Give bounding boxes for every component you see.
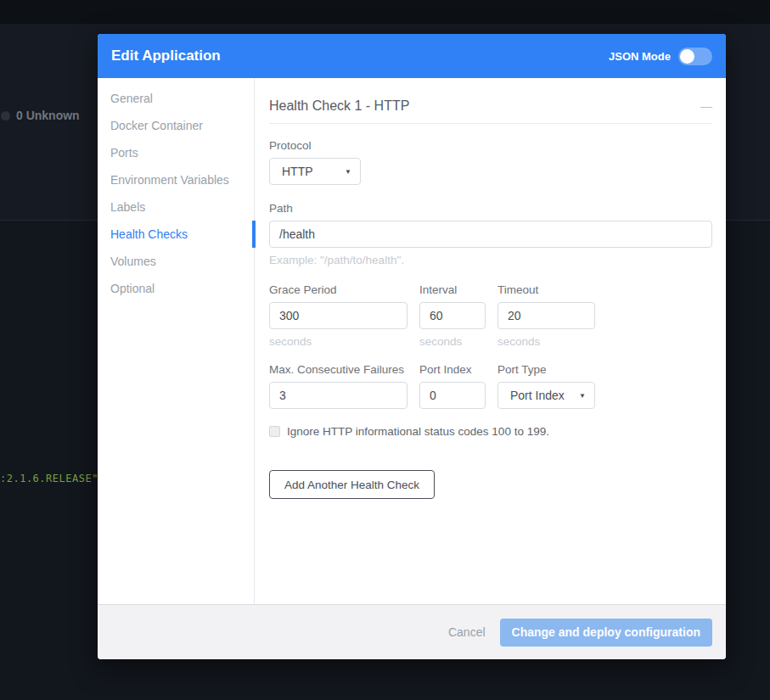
modal-footer: Cancel Change and deploy configuration <box>98 604 726 659</box>
timeout-unit: seconds <box>497 335 595 348</box>
path-help-text: Example: "/path/to/health". <box>269 254 712 266</box>
sidebar-item-docker-container[interactable]: Docker Container <box>98 112 254 139</box>
sidebar-item-environment-variables[interactable]: Environment Variables <box>98 166 254 193</box>
sidebar-item-ports[interactable]: Ports <box>98 139 254 166</box>
sidebar-item-general[interactable]: General <box>98 85 254 112</box>
collapse-icon[interactable]: — <box>700 100 712 112</box>
port-index-label: Port Index <box>419 363 486 376</box>
health-checks-panel: Health Check 1 - HTTP — Protocol HTTP ▼ … <box>255 78 726 604</box>
grace-period-label: Grace Period <box>269 283 407 296</box>
json-mode-label: JSON Mode <box>609 50 671 63</box>
chevron-down-icon: ▼ <box>345 168 351 176</box>
cancel-button[interactable]: Cancel <box>448 625 486 639</box>
app-top-bar <box>0 0 770 24</box>
edit-application-modal: Edit Application JSON Mode General Docke… <box>98 34 726 659</box>
max-failures-label: Max. Consecutive Failures <box>269 363 407 376</box>
status-unknown-label: 0 Unknown <box>16 109 80 122</box>
protocol-select[interactable]: HTTP ▼ <box>269 158 361 185</box>
ignore-http-checkbox[interactable] <box>269 426 280 437</box>
modal-header: Edit Application JSON Mode <box>98 34 726 78</box>
protocol-label: Protocol <box>269 139 712 152</box>
sidebar-item-volumes[interactable]: Volumes <box>98 248 254 275</box>
chevron-down-icon: ▼ <box>579 392 586 400</box>
modal-title: Edit Application <box>111 48 221 64</box>
sidebar-item-optional[interactable]: Optional <box>98 275 254 302</box>
change-and-deploy-button[interactable]: Change and deploy configuration <box>500 619 712 647</box>
port-type-select[interactable]: Port Index ▼ <box>497 382 595 409</box>
interval-unit: seconds <box>419 335 486 348</box>
toggle-knob-icon <box>680 49 694 64</box>
sidebar-item-health-checks[interactable]: Health Checks <box>98 221 254 248</box>
status-dot-icon <box>1 111 10 120</box>
modal-body: General Docker Container Ports Environme… <box>98 78 726 604</box>
active-indicator <box>252 221 256 248</box>
timeout-label: Timeout <box>497 283 595 296</box>
path-input[interactable] <box>269 221 712 248</box>
timeout-input[interactable] <box>497 302 595 329</box>
grace-period-input[interactable] <box>269 302 407 329</box>
json-mode-toggle[interactable] <box>678 48 712 65</box>
protocol-select-value: HTTP <box>282 165 313 178</box>
port-index-input[interactable] <box>419 382 486 409</box>
section-heading: Health Check 1 - HTTP <box>269 98 409 114</box>
sidebar-item-labels[interactable]: Labels <box>98 193 254 221</box>
code-version-text: :2.1.6.RELEASE" <box>0 473 98 484</box>
ignore-http-checkbox-row: Ignore HTTP informational status codes 1… <box>269 425 712 438</box>
health-check-section-header: Health Check 1 - HTTP — <box>269 98 712 124</box>
add-health-check-button[interactable]: Add Another Health Check <box>269 470 435 499</box>
port-type-select-value: Port Index <box>510 389 565 402</box>
port-type-label: Port Type <box>497 363 595 376</box>
modal-sidebar: General Docker Container Ports Environme… <box>98 78 255 604</box>
grace-period-unit: seconds <box>269 335 407 348</box>
sidebar-item-health-checks-label: Health Checks <box>110 227 188 241</box>
interval-input[interactable] <box>419 302 486 329</box>
ignore-http-checkbox-label: Ignore HTTP informational status codes 1… <box>287 425 549 438</box>
json-mode-control: JSON Mode <box>609 48 712 65</box>
background-code-snippet: :2.1.6.RELEASE", <box>0 473 105 484</box>
status-unknown: 0 Unknown <box>10 109 80 122</box>
interval-label: Interval <box>419 283 486 296</box>
path-label: Path <box>269 202 712 215</box>
max-failures-input[interactable] <box>269 382 407 409</box>
